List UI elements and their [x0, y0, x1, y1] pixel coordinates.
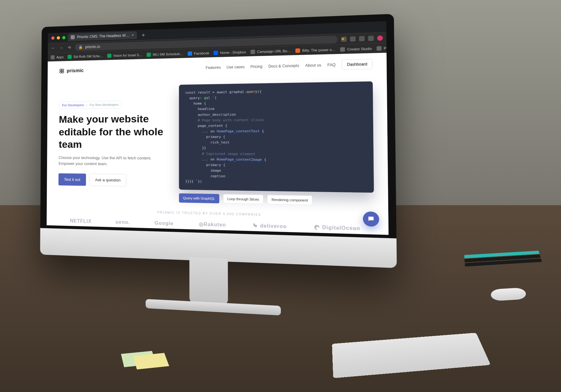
- bookmark-item[interactable]: Sid Roth SM Sche…: [67, 54, 103, 59]
- bookmark-label: Vision for Israel S…: [113, 53, 142, 57]
- code-tab-rendering[interactable]: Rendering component: [267, 195, 312, 205]
- bookmark-label: Bitly. The power o…: [302, 48, 335, 52]
- extension-icon[interactable]: [359, 36, 365, 41]
- code-tab-slices[interactable]: Loop through Slices: [223, 194, 264, 204]
- code-token: ... on: [202, 157, 217, 161]
- bookmark-item[interactable]: Apps: [51, 55, 63, 59]
- code-token: ... on: [202, 129, 217, 133]
- code-comment: # Page body with content slices: [198, 118, 264, 122]
- primary-nav: Features Use cases Pricing Docs & Concep…: [206, 59, 373, 73]
- bookmark-item[interactable]: WLI SM Schedule…: [147, 51, 183, 57]
- code-token: ({: [257, 90, 262, 94]
- bookmark-label: Percentage Calcul…: [384, 45, 387, 50]
- code-token: HomePage_contentText: [217, 129, 260, 133]
- divider: |: [86, 103, 87, 107]
- logo-digitalocean: DigitalOcean: [314, 224, 360, 231]
- code-tab-graphql[interactable]: Query with GraphQL: [179, 194, 219, 203]
- bookmark-item[interactable]: Facebook: [188, 51, 209, 56]
- audience-tabs: For Developers | For Non-developers: [59, 101, 122, 109]
- logo-deliveroo: deliveroo: [252, 223, 287, 230]
- code-block: const result = await graphql.query({ que…: [185, 87, 367, 187]
- nav-link-about[interactable]: About us: [305, 63, 321, 68]
- cta-primary-button[interactable]: Test it out: [58, 173, 86, 186]
- brand-logo[interactable]: prismic: [59, 68, 84, 74]
- prismic-logo-icon: [59, 68, 64, 74]
- nav-link-docs[interactable]: Docs & Concepts: [268, 63, 299, 68]
- hero-left: For Developers | For Non-developers Make…: [58, 85, 167, 202]
- extension-icon[interactable]: [368, 36, 374, 41]
- audience-tab-nondevelopers[interactable]: For Non-developers: [90, 103, 119, 107]
- nav-link-features[interactable]: Features: [206, 65, 221, 70]
- extension-icon[interactable]: [377, 35, 383, 41]
- hero-right: const result = await graphql.query({ que…: [179, 81, 374, 207]
- code-token: author_description: [198, 112, 236, 117]
- code-token: image: [210, 168, 221, 173]
- facebook-icon: [188, 51, 192, 56]
- bookmark-star-icon[interactable]: ★: [341, 36, 347, 42]
- code-token: query: [247, 90, 257, 94]
- code-token: {: [262, 158, 266, 162]
- nav-link-faq[interactable]: FAQ: [327, 63, 335, 67]
- bookmark-label: Campaign URL Bu…: [257, 49, 291, 53]
- code-token: {: [260, 129, 264, 133]
- bookmark-item[interactable]: Bitly. The power o…: [295, 47, 335, 53]
- url-text: prismic.io: [85, 44, 100, 49]
- close-window-icon[interactable]: [51, 36, 55, 39]
- nav-link-pricing[interactable]: Pricing: [250, 64, 262, 69]
- nav-link-use-cases[interactable]: Use cases: [226, 65, 245, 69]
- logo-rakuten-text: Rakuten: [204, 222, 226, 228]
- bitly-icon: [295, 48, 300, 53]
- link-icon: [377, 46, 382, 50]
- extension-icon[interactable]: [350, 36, 356, 41]
- link-icon: [250, 50, 255, 54]
- imac-monitor: Prismic CMS: The Headless W… × ＋ ← → ⟲ 🔒…: [40, 14, 397, 268]
- scene-photo: Prismic CMS: The Headless W… × ＋ ← → ⟲ 🔒…: [0, 0, 561, 392]
- bookmark-item[interactable]: Vision for Israel S…: [107, 53, 142, 58]
- bookmark-label: Home - Dropbox: [220, 50, 246, 54]
- window-controls[interactable]: [50, 36, 65, 40]
- bookmark-item[interactable]: Home - Dropbox: [214, 50, 246, 55]
- tab-close-icon[interactable]: ×: [132, 33, 134, 37]
- logo-digitalocean-text: DigitalOcean: [322, 225, 360, 231]
- minimize-window-icon[interactable]: [57, 36, 60, 39]
- code-token: query:: [189, 96, 202, 100]
- browser-tab-active[interactable]: Prismic CMS: The Headless W… ×: [68, 31, 137, 41]
- svg-rect-0: [60, 69, 62, 71]
- dashboard-button[interactable]: Dashboard: [342, 59, 373, 70]
- fullscreen-window-icon[interactable]: [62, 36, 65, 39]
- logo-google: Google: [155, 220, 174, 227]
- code-token: const result = await: [185, 90, 229, 95]
- nav-forward-icon[interactable]: →: [59, 46, 64, 50]
- link-icon: [340, 47, 345, 52]
- nav-back-icon[interactable]: ←: [51, 46, 56, 50]
- code-token: HomePage_contentImage: [217, 157, 262, 162]
- sheets-icon: [147, 53, 151, 57]
- audience-tab-developers[interactable]: For Developers: [62, 103, 84, 107]
- code-token: primary {: [206, 135, 225, 139]
- code-token: graphql: [229, 90, 244, 94]
- code-token: }}}} `}): [185, 180, 202, 184]
- tab-favicon-icon: [71, 35, 75, 39]
- bookmark-item[interactable]: Campaign URL Bu…: [250, 48, 291, 54]
- code-token: gql `{: [204, 96, 217, 100]
- bookmark-label: Sid Roth SM Sche…: [73, 54, 103, 58]
- code-token: }}: [202, 146, 206, 150]
- code-token: caption: [210, 174, 225, 178]
- monitor-stand: [161, 256, 257, 326]
- bookmark-item[interactable]: Creator Studio: [340, 46, 372, 51]
- code-token: rich_text: [210, 140, 229, 144]
- chat-icon: [367, 215, 375, 223]
- code-token: .: [244, 90, 246, 94]
- sheets-icon: [67, 55, 72, 59]
- sheets-icon: [107, 53, 111, 58]
- nav-reload-icon[interactable]: ⟲: [67, 45, 72, 50]
- cta-row: Test it out Ask a question: [58, 173, 167, 187]
- bookmark-item[interactable]: Percentage Calcul…: [377, 45, 387, 51]
- bookmark-label: Creator Studio: [347, 46, 372, 51]
- new-tab-button[interactable]: ＋: [139, 31, 147, 39]
- code-token: page_content {: [198, 124, 227, 128]
- code-comment: # Captioned image element: [202, 152, 255, 156]
- apps-grid-icon: [51, 55, 55, 59]
- cta-secondary-button[interactable]: Ask a question: [89, 174, 126, 187]
- code-token: headline: [198, 107, 215, 111]
